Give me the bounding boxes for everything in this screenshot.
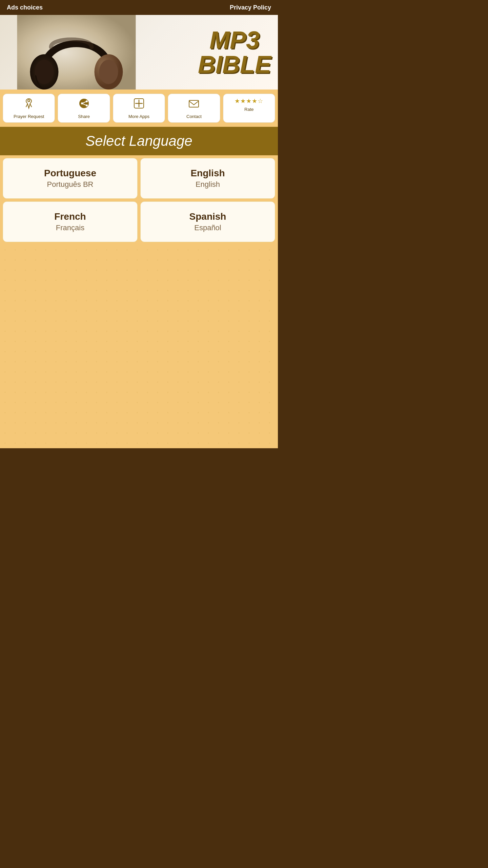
portuguese-name: Portuguese	[8, 168, 132, 179]
headphones-image	[0, 15, 153, 90]
svg-point-5	[28, 100, 30, 102]
rate-button[interactable]: ★★★★☆ Rate	[223, 94, 275, 123]
select-language-title: Select Language	[6, 133, 272, 149]
french-native: Français	[8, 223, 132, 232]
rate-label: Rate	[244, 107, 253, 112]
prayer-request-label: Prayer Request	[14, 114, 44, 119]
share-icon	[78, 97, 90, 112]
star-rating: ★★★★☆	[235, 97, 263, 105]
language-grid: Portuguese Português BR English English …	[0, 155, 278, 245]
share-button[interactable]: Share	[58, 94, 110, 123]
more-apps-icon	[133, 97, 145, 112]
svg-rect-15	[189, 100, 199, 107]
mp3-text: MP3	[198, 28, 271, 52]
english-native: English	[146, 180, 269, 189]
ads-choices-label[interactable]: Ads choices	[7, 4, 43, 11]
more-apps-label: More Apps	[128, 114, 149, 119]
bible-text: BIBLE	[198, 52, 271, 77]
language-card-spanish[interactable]: Spanish Español	[140, 201, 275, 242]
hero-title: MP3 BIBLE	[198, 28, 271, 77]
language-card-french[interactable]: French Français	[3, 201, 138, 242]
portuguese-native: Português BR	[8, 180, 132, 189]
svg-point-2	[35, 60, 54, 84]
share-label: Share	[78, 114, 90, 119]
spanish-name: Spanish	[146, 211, 269, 222]
bottom-bar	[0, 448, 278, 502]
svg-point-4	[99, 60, 118, 84]
background-content	[0, 245, 278, 448]
more-apps-button[interactable]: More Apps	[113, 94, 165, 123]
svg-point-6	[79, 99, 89, 108]
english-name: English	[146, 168, 269, 179]
hero-banner: MP3 BIBLE	[0, 15, 278, 90]
contact-icon	[188, 97, 200, 112]
language-card-english[interactable]: English English	[140, 158, 275, 199]
contact-button[interactable]: Contact	[168, 94, 220, 123]
contact-label: Contact	[186, 114, 202, 119]
privacy-policy-label[interactable]: Privacy Policy	[230, 4, 271, 11]
action-bar: Prayer Request Share More Apps	[0, 90, 278, 127]
french-name: French	[8, 211, 132, 222]
prayer-request-button[interactable]: Prayer Request	[3, 94, 55, 123]
language-card-portuguese[interactable]: Portuguese Português BR	[3, 158, 138, 199]
spanish-native: Español	[146, 223, 269, 232]
ad-bar: Ads choices Privacy Policy	[0, 0, 278, 15]
select-language-section: Select Language	[0, 127, 278, 155]
prayer-icon	[23, 97, 35, 112]
